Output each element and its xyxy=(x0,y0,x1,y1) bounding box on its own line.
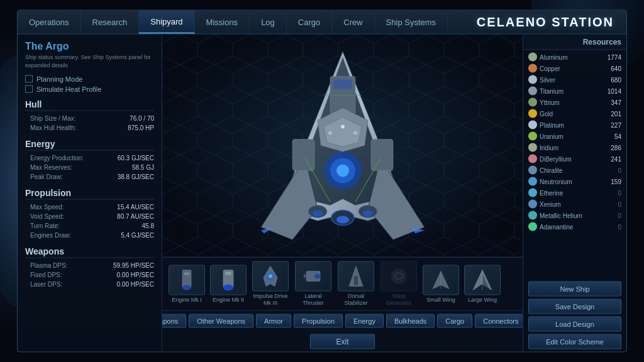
svg-point-16 xyxy=(313,211,323,217)
energy-peak-value: 38.8 GJ/SEC xyxy=(118,173,154,180)
exit-row: Exit xyxy=(162,331,523,352)
exit-button[interactable]: Exit xyxy=(310,334,374,349)
resource-row: Xenium0 xyxy=(523,199,626,210)
dorsal-stabilizer-icon xyxy=(338,261,374,292)
nav-tab-shipyard[interactable]: Shipyard xyxy=(139,11,194,34)
resource-icon xyxy=(528,98,537,107)
resource-name: Etherine xyxy=(540,189,597,196)
component-dorsal-stabilizer[interactable]: Dorsal Stabilizer xyxy=(337,261,375,307)
left-panel: The Argo Ship status summary. See Ship S… xyxy=(18,35,162,352)
turn-rate-value: 45.8 xyxy=(142,222,154,229)
nav-tab-research[interactable]: Research xyxy=(81,11,140,34)
component-engine-mk2[interactable]: Engine Mk II xyxy=(210,265,247,303)
resource-icon xyxy=(528,64,537,73)
svg-rect-11 xyxy=(292,140,314,171)
nav-tab-operations[interactable]: Operations xyxy=(18,11,81,34)
large-wing-icon xyxy=(464,265,501,295)
svg-point-24 xyxy=(328,131,332,135)
resource-amount: 0 xyxy=(599,189,621,196)
max-speed-value: 15.4 AU/SEC xyxy=(117,204,154,211)
heat-profile-label: Simulate Heat Profile xyxy=(36,85,101,93)
resource-name: DiBeryllium xyxy=(540,155,597,162)
resources-header: Resources xyxy=(523,35,626,50)
ship-viewport xyxy=(162,35,523,257)
component-lateral-thruster[interactable]: Lateral Thruster xyxy=(294,261,332,307)
svg-point-36 xyxy=(269,275,272,278)
hull-health-value: 875.0 HP xyxy=(128,124,154,131)
armor-button[interactable]: Armor xyxy=(256,314,291,328)
heat-profile-checkbox[interactable] xyxy=(25,85,33,93)
resource-row: DiBeryllium241 xyxy=(523,153,626,165)
resource-icon xyxy=(528,75,537,84)
nav-tab-cargo[interactable]: Cargo xyxy=(287,11,332,34)
resource-row: Aluminum1774 xyxy=(523,52,626,63)
warp-generator-label: Warp Generator xyxy=(380,293,418,307)
resource-name: Xenium xyxy=(540,200,597,207)
resource-row: Metallic Helium0 xyxy=(523,210,626,221)
energy-weapons-button[interactable]: Energy Weapons xyxy=(162,314,186,328)
resource-amount: 0 xyxy=(599,223,621,230)
bottom-toolbar: Energy Weapons Other Weapons Armor Propu… xyxy=(162,310,523,331)
max-speed-label: Max Speed: xyxy=(30,204,64,211)
svg-point-42 xyxy=(391,269,406,284)
svg-point-17 xyxy=(363,211,373,217)
component-small-wing[interactable]: Small Wing xyxy=(423,265,459,303)
edit-color-button[interactable]: Edit Color Scheme xyxy=(528,334,621,349)
resource-name: Titanium xyxy=(540,87,597,94)
other-weapons-button[interactable]: Other Weapons xyxy=(189,314,253,328)
energy-button[interactable]: Energy xyxy=(345,314,384,328)
resource-amount: 1014 xyxy=(599,87,621,94)
component-impulse-drive[interactable]: Impulse Drive Mk III xyxy=(252,261,289,307)
resource-icon xyxy=(528,155,537,163)
resource-icon xyxy=(528,143,537,152)
resource-row: Chiralite0 xyxy=(523,165,626,176)
turn-rate-label: Turn Rate: xyxy=(30,222,60,229)
svg-rect-32 xyxy=(225,272,231,275)
bulkheads-button[interactable]: Bulkheads xyxy=(386,314,435,328)
small-wing-label: Small Wing xyxy=(426,296,455,303)
resource-icon xyxy=(528,177,537,186)
resource-name: Silver xyxy=(540,76,597,83)
new-ship-button[interactable]: New Ship xyxy=(528,282,621,297)
nav-tab-missions[interactable]: Missions xyxy=(195,11,250,34)
resource-icon xyxy=(528,200,537,209)
svg-rect-29 xyxy=(184,272,189,275)
component-warp-generator[interactable]: Warp Generator xyxy=(380,261,418,307)
resource-row: Titanium1014 xyxy=(523,85,626,97)
nav-tab-log[interactable]: Log xyxy=(250,11,287,34)
svg-point-25 xyxy=(353,131,357,135)
fixed-dps-label: Fixed DPS: xyxy=(30,272,62,278)
load-design-button[interactable]: Load Design xyxy=(528,317,621,332)
planning-mode-checkbox[interactable] xyxy=(25,75,33,83)
resource-amount: 286 xyxy=(599,144,621,151)
cargo-button[interactable]: Cargo xyxy=(437,314,472,328)
resource-row: Etherine0 xyxy=(523,187,626,199)
hull-header: Hull xyxy=(25,99,154,111)
nav-tab-crew[interactable]: Crew xyxy=(332,11,374,34)
svg-point-28 xyxy=(182,285,191,290)
resource-icon xyxy=(528,166,537,175)
plasma-dps-label: Plasma DPS: xyxy=(30,262,67,269)
resource-name: Chiralite xyxy=(540,167,597,173)
nav-tab-ship-systems[interactable]: Ship Systems xyxy=(375,11,448,34)
resource-list: Aluminum1774Copper640Silver680Titanium10… xyxy=(523,50,626,279)
engine-mk1-icon xyxy=(169,265,205,295)
ship-image xyxy=(255,45,431,246)
svg-rect-8 xyxy=(333,80,352,89)
energy-peak-label: Peak Draw: xyxy=(30,173,63,180)
resource-name: Copper xyxy=(540,65,597,72)
ship-size-value: 76.0 / 70 xyxy=(130,115,154,122)
energy-production-value: 60.3 GJ/SEC xyxy=(118,155,154,162)
component-engine-mk1[interactable]: Engine Mk I xyxy=(169,265,205,303)
main-panel: Operations Research Shipyard Missions Lo… xyxy=(17,10,627,353)
hull-health-label: Max Hull Health: xyxy=(30,124,76,131)
connectors-button[interactable]: Connectors xyxy=(475,314,523,328)
svg-rect-12 xyxy=(371,140,393,171)
save-design-button[interactable]: Save Design xyxy=(528,299,621,314)
svg-marker-38 xyxy=(304,274,306,279)
propulsion-button[interactable]: Propulsion xyxy=(294,314,343,328)
weapons-header: Weapons xyxy=(25,246,154,258)
component-large-wing[interactable]: Large Wing xyxy=(464,265,501,303)
resource-amount: 0 xyxy=(599,212,621,219)
svg-rect-33 xyxy=(225,277,231,278)
